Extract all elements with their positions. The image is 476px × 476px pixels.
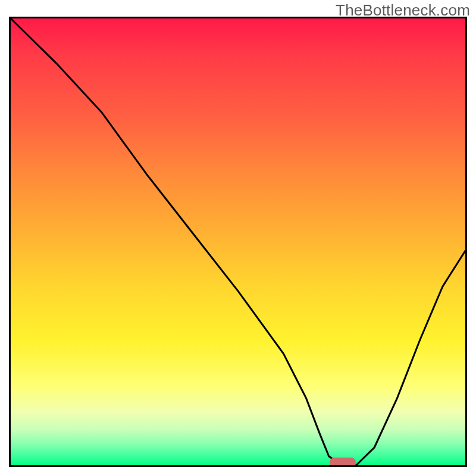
chart-stage: TheBottleneck.com	[0, 0, 476, 476]
bottleneck-curve	[11, 18, 465, 465]
plot-area	[9, 17, 467, 467]
optimal-marker	[330, 458, 356, 467]
